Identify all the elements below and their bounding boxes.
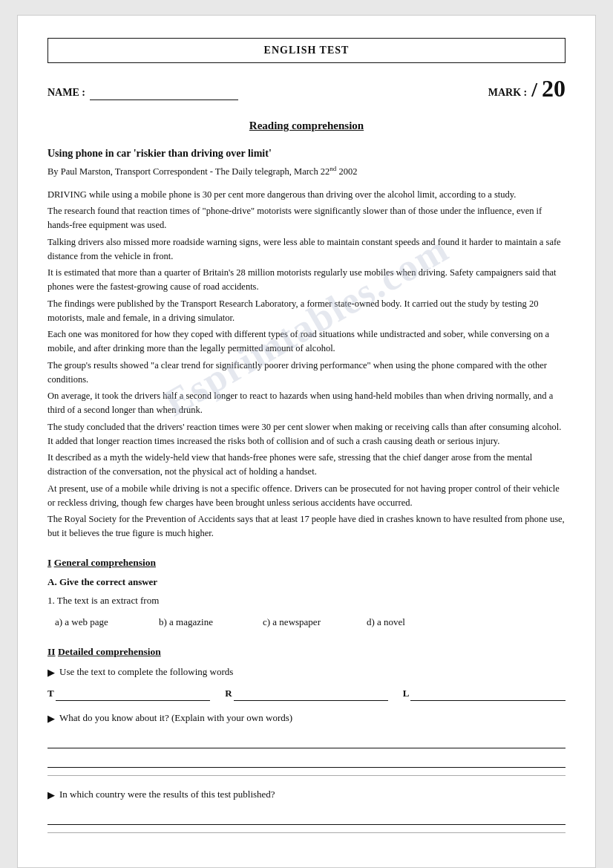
section-ii-label: II	[47, 646, 56, 657]
article-para-6: Each one was monitored for how they cope…	[47, 327, 566, 356]
divider-2	[47, 832, 566, 833]
fill-line-l	[410, 688, 566, 701]
answer-options-row: a) a web page b) a magazine c) a newspap…	[47, 616, 566, 630]
article-para-4: It is estimated that more than a quarter…	[47, 266, 566, 294]
fill-letter-r: R	[225, 687, 232, 701]
bullet-q1-text: Use the text to complete the following w…	[59, 665, 233, 679]
fill-letter-l: L	[403, 687, 410, 701]
header-box: ENGLISH TEST	[47, 38, 566, 63]
article-para-10: It described as a myth the widely-held v…	[47, 451, 566, 479]
fill-line-row: T R L	[47, 687, 566, 701]
bullet-q1: ▶ Use the text to complete the following…	[47, 665, 566, 680]
section-ii-title: Detailed comprehension	[58, 646, 161, 657]
mark-slash: /	[531, 79, 537, 100]
fill-line-r	[234, 688, 388, 701]
name-label: NAME :	[47, 85, 85, 100]
article-para-7: The group's results showed "a clear tren…	[47, 359, 566, 387]
reading-comprehension-title: Reading comprehension	[47, 118, 566, 134]
option-c: c) a newspaper	[263, 616, 337, 630]
answer-line-q2-1	[47, 735, 566, 748]
bullet-q2-text: What do you know about it? (Explain with…	[59, 711, 292, 725]
article-para-5: The findings were published by the Trans…	[47, 297, 566, 325]
section-i-label: I	[47, 557, 51, 568]
byline-text: By Paul Marston, Transport Correspondent…	[47, 167, 330, 177]
answer-line-q3-1	[47, 812, 566, 825]
question-1-text: 1. The text is an extract from	[47, 594, 566, 608]
name-mark-row: NAME : MARK : / 20	[47, 76, 566, 100]
article-byline: By Paul Marston, Transport Correspondent…	[47, 164, 566, 178]
option-a: a) a web page	[55, 616, 129, 630]
exam-page: Esprimtables.com ENGLISH TEST NAME : MAR…	[17, 15, 596, 868]
section-i-header: I General comprehension	[47, 555, 566, 570]
article-title: Using phone in car 'riskier than driving…	[47, 146, 566, 161]
section-i-title: General comprehension	[54, 557, 156, 568]
name-input-line	[90, 87, 238, 100]
bullet-q2: ▶ What do you know about it? (Explain wi…	[47, 711, 566, 726]
divider-1	[47, 775, 566, 776]
answer-lines-block-q3	[47, 812, 566, 825]
byline-year: 2002	[336, 167, 357, 177]
section-ii-header: II Detailed comprehension	[47, 645, 566, 659]
option-b: b) a magazine	[159, 616, 233, 630]
bullet-q3-text: In which country were the results of thi…	[59, 788, 275, 802]
article-body: DRIVING while using a mobile phone is 30…	[47, 188, 566, 541]
article-para-1: DRIVING while using a mobile phone is 30…	[47, 188, 566, 202]
article-para-11: At present, use of a mobile while drivin…	[47, 482, 566, 510]
article-para-3: Talking drivers also missed more roadsid…	[47, 235, 566, 264]
byline-superscript: nd	[330, 165, 336, 172]
article-para-8: On average, it took the drivers half a s…	[47, 389, 566, 417]
bullet-q3: ▶ In which country were the results of t…	[47, 788, 566, 803]
name-section: NAME :	[47, 85, 238, 100]
article-para-9: The study concluded that the drivers' re…	[47, 420, 566, 448]
header-title: ENGLISH TEST	[264, 45, 350, 56]
fill-item-t: T	[47, 687, 210, 701]
fill-item-r: R	[225, 687, 387, 701]
option-d: d) a novel	[367, 616, 441, 630]
bullet-q2-arrow: ▶	[47, 712, 55, 726]
answer-lines-block-q2	[47, 735, 566, 768]
sub-a-header: A. Give the correct answer	[47, 575, 566, 590]
mark-section: MARK : / 20	[488, 76, 566, 100]
mark-value: 20	[542, 76, 566, 100]
fill-item-l: L	[403, 687, 566, 701]
article-para-12: The Royal Society for the Prevention of …	[47, 512, 566, 541]
bullet-q1-arrow: ▶	[47, 666, 55, 680]
answer-line-q2-2	[47, 754, 566, 768]
article-para-2: The research found that reaction times o…	[47, 204, 566, 232]
fill-letter-t: T	[47, 687, 54, 701]
bullet-q3-arrow: ▶	[47, 789, 55, 803]
mark-label: MARK :	[488, 85, 528, 100]
fill-line-t	[56, 688, 211, 701]
